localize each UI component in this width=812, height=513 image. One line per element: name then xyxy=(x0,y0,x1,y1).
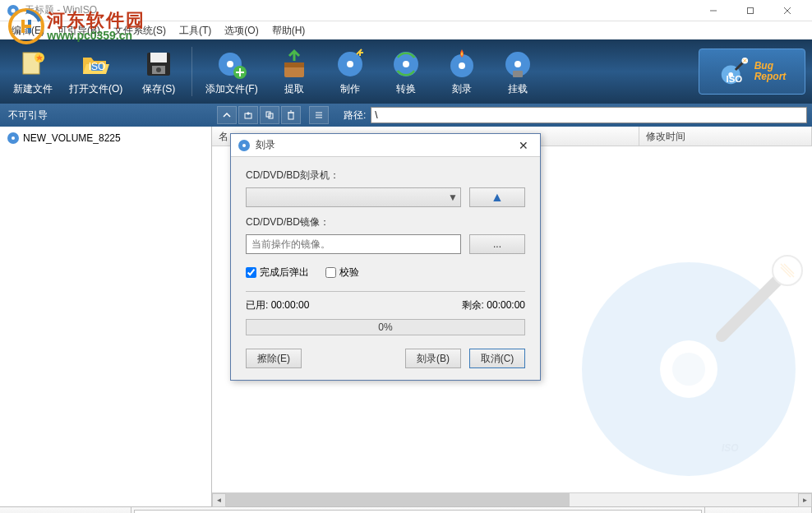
svg-rect-35 xyxy=(288,113,293,119)
create-label: 制作 xyxy=(340,82,360,96)
dialog-progress-bar: 0% xyxy=(246,319,525,335)
status-disc-selector[interactable]: CD 700MB ▾ xyxy=(705,507,812,513)
erase-button[interactable]: 擦除(E) xyxy=(246,349,302,368)
recorder-label: CD/DVD/BD刻录机： xyxy=(246,169,525,183)
close-button[interactable] xyxy=(768,0,805,21)
save-label: 保存(S) xyxy=(142,82,175,96)
svg-rect-11 xyxy=(150,53,167,62)
scroll-left-button[interactable]: ◄ xyxy=(212,493,226,507)
menu-filesystem[interactable]: 文件系统(S) xyxy=(107,21,173,39)
extract-icon xyxy=(278,48,311,81)
new-file-label: 新建文件 xyxy=(13,82,53,96)
dialog-burn-button[interactable]: 刻录(B) xyxy=(405,349,461,368)
svg-text:ISO: ISO xyxy=(722,442,739,454)
convert-label: 转换 xyxy=(396,82,416,96)
open-file-button[interactable]: ISO 打开文件(O) xyxy=(62,43,129,100)
menu-edit[interactable]: 编辑(E) xyxy=(5,21,51,39)
iso-background-icon: ISO xyxy=(574,254,804,484)
dialog-titlebar: 刻录 ✕ xyxy=(231,134,540,157)
dialog-close-button[interactable]: ✕ xyxy=(514,137,533,154)
menubar: 编辑(E) 可引导(B) 文件系统(S) 工具(T) 选项(O) 帮助(H) xyxy=(0,21,812,39)
mount-button[interactable]: 挂载 xyxy=(491,43,544,100)
convert-icon xyxy=(390,48,422,81)
eject-after-checkbox[interactable]: 完成后弹出 xyxy=(246,266,309,280)
svg-rect-18 xyxy=(284,62,304,67)
new-file-button[interactable]: 新建文件 xyxy=(7,43,59,100)
delete-button[interactable] xyxy=(281,106,301,124)
nav-up-button[interactable] xyxy=(217,106,237,124)
new-file-icon xyxy=(16,48,49,81)
eject-button[interactable]: ▲ xyxy=(469,187,525,207)
new-folder-button[interactable] xyxy=(238,106,258,124)
dialog-title: 刻录 xyxy=(256,138,514,152)
svg-point-13 xyxy=(156,67,161,72)
mount-label: 挂载 xyxy=(508,82,528,96)
window-title: 无标题 - WinISO xyxy=(25,3,694,17)
svg-point-15 xyxy=(227,61,233,67)
recorder-combo[interactable]: ▼ xyxy=(246,187,461,207)
tree-root-label: NEW_VOLUME_8225 xyxy=(23,132,121,144)
burn-label: 刻录 xyxy=(452,82,472,96)
mount-icon xyxy=(501,48,534,81)
path-input[interactable] xyxy=(371,107,807,123)
dialog-separator xyxy=(246,291,525,292)
create-button[interactable]: 制作 xyxy=(324,43,376,100)
remaining-time: 剩余: 00:00:00 xyxy=(462,298,525,312)
status-total: 总计 0 字节 xyxy=(0,507,131,513)
minimize-button[interactable] xyxy=(694,0,731,21)
menu-options[interactable]: 选项(O) xyxy=(218,21,265,39)
create-icon xyxy=(334,48,367,81)
statusbar: 总计 0 字节 0% CD 700MB ▾ xyxy=(0,506,812,513)
svg-point-24 xyxy=(459,62,465,69)
menu-tools[interactable]: 工具(T) xyxy=(173,21,218,39)
sidebar-tree: NEW_VOLUME_8225 xyxy=(0,127,212,506)
image-label: CD/DVD/BD镜像： xyxy=(246,215,525,229)
svg-point-40 xyxy=(672,353,705,386)
svg-text:ISO: ISO xyxy=(726,74,742,84)
bug-report-icon: ISO xyxy=(718,56,750,87)
chevron-down-icon: ▼ xyxy=(445,192,460,203)
tree-root-item[interactable]: NEW_VOLUME_8225 xyxy=(3,130,208,146)
save-button[interactable]: 保存(S) xyxy=(132,43,185,100)
bootable-status: 不可引导 xyxy=(0,109,212,122)
browse-button[interactable]: ... xyxy=(469,234,525,254)
extract-button[interactable]: 提取 xyxy=(268,43,321,100)
status-progress: 0% xyxy=(131,507,705,513)
menu-help[interactable]: 帮助(H) xyxy=(265,21,312,39)
burn-dialog: 刻录 ✕ CD/DVD/BD刻录机： ▼ ▲ CD/DVD/BD镜像： ... … xyxy=(230,133,541,381)
bug-report-text: BugReport xyxy=(754,61,787,82)
menu-bootable[interactable]: 可引导(B) xyxy=(51,21,107,39)
svg-text:ISO: ISO xyxy=(88,61,105,72)
toolbar: 新建文件 ISO 打开文件(O) 保存(S) 添加文件(F) 提取 制作 转换 … xyxy=(0,39,812,104)
maximize-button[interactable] xyxy=(731,0,768,21)
iso-icon xyxy=(7,132,20,145)
add-file-label: 添加文件(F) xyxy=(205,82,257,96)
burn-button[interactable]: 刻录 xyxy=(436,43,488,100)
horizontal-scrollbar[interactable]: ◄ ► xyxy=(212,492,812,506)
list-view-button[interactable] xyxy=(309,106,329,124)
svg-point-44 xyxy=(242,144,246,147)
svg-point-37 xyxy=(12,136,15,140)
titlebar: 无标题 - WinISO xyxy=(0,0,812,21)
convert-button[interactable]: 转换 xyxy=(380,43,432,100)
add-file-button[interactable]: 添加文件(F) xyxy=(199,43,264,100)
svg-rect-27 xyxy=(513,71,523,77)
verify-checkbox[interactable]: 校验 xyxy=(325,266,359,280)
app-icon xyxy=(7,4,20,17)
save-icon xyxy=(142,48,175,81)
elapsed-time: 已用: 00:00:00 xyxy=(246,298,309,312)
svg-rect-3 xyxy=(747,7,753,13)
add-file-icon xyxy=(215,48,248,81)
extract-label: 提取 xyxy=(284,82,304,96)
burn-icon xyxy=(445,48,478,81)
cancel-button[interactable]: 取消(C) xyxy=(469,349,525,368)
scroll-right-button[interactable]: ► xyxy=(798,493,812,507)
copy-button[interactable] xyxy=(260,106,279,124)
bug-report-button[interactable]: ISO BugReport xyxy=(699,49,805,95)
open-file-label: 打开文件(O) xyxy=(69,82,122,96)
column-modtime[interactable]: 修改时间 xyxy=(639,127,812,146)
svg-point-26 xyxy=(514,61,521,67)
image-input[interactable] xyxy=(246,234,461,254)
svg-point-20 xyxy=(347,61,353,67)
sub-toolbar: 不可引导 路径: xyxy=(0,104,812,127)
